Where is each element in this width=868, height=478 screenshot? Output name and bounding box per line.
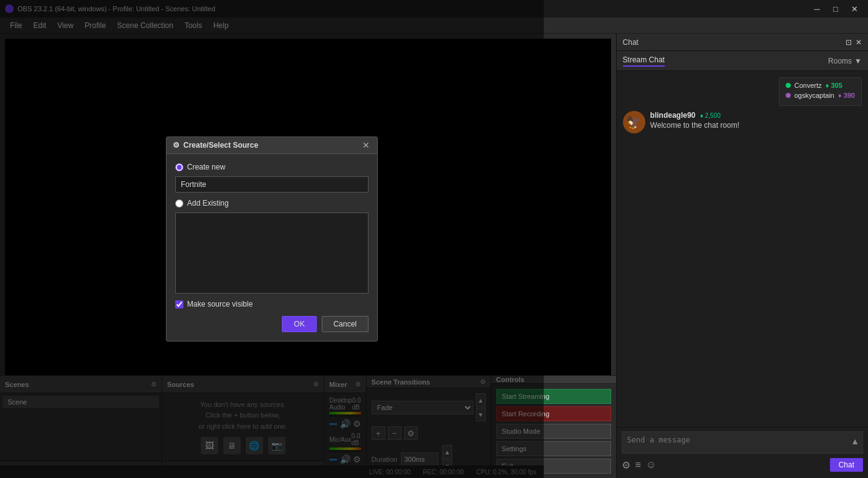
dialog-cancel-button[interactable]: Cancel: [322, 316, 369, 332]
chat-input-area: ▲ ⚙ ≡ ☺ Chat: [617, 427, 868, 478]
chat-gear-icon[interactable]: ⚙: [622, 459, 630, 471]
chat-message-text: Welcome to the chat room!: [650, 121, 740, 130]
viewer-dot-green: [786, 83, 791, 88]
add-existing-label: Add Existing: [187, 199, 229, 208]
chat-header-right: ⊡ ✕: [846, 38, 862, 47]
viewer-convertz: Convertz ♦ 305: [786, 82, 855, 89]
dialog-title-icon: ⚙: [173, 141, 180, 150]
chat-message-header: blindeagle90 ♦ 2,500: [650, 111, 740, 120]
chat-input[interactable]: [622, 431, 863, 454]
chat-message-content: blindeagle90 ♦ 2,500 Welcome to the chat…: [650, 111, 740, 130]
dialog-title-text: Create/Select Source: [183, 141, 258, 150]
add-existing-radio[interactable]: [175, 199, 183, 208]
dialog-overlay: ⚙ Create/Select Source ✕ Create new Add …: [0, 0, 544, 478]
dialog-ok-button[interactable]: OK: [282, 316, 316, 332]
create-new-label: Create new: [187, 163, 225, 171]
existing-sources-list[interactable]: [175, 213, 369, 294]
chat-messages: Convertz ♦ 305 ogskycaptain ♦ 390 🦅 blin…: [617, 71, 868, 427]
chat-close-icon[interactable]: ✕: [856, 38, 862, 47]
chat-arrow-icon[interactable]: ▲: [851, 436, 859, 446]
viewer-ogskycaptain-name: ogskycaptain: [794, 92, 834, 99]
viewer-convertz-name: Convertz: [794, 82, 822, 89]
chat-input-icons: ⚙ ≡ ☺ Chat: [622, 456, 863, 474]
maximize-button[interactable]: □: [827, 2, 844, 15]
chat-input-wrapper: ▲: [622, 431, 863, 456]
close-button[interactable]: ✕: [846, 2, 863, 15]
chat-badge: ♦ 2,500: [700, 112, 721, 119]
chat-header: Chat ⊡ ✕: [617, 34, 868, 51]
dialog-titlebar: ⚙ Create/Select Source ✕: [166, 137, 377, 154]
add-existing-radio-row[interactable]: Add Existing: [175, 199, 369, 208]
make-visible-label: Make source visible: [187, 300, 253, 308]
chat-tabs: Stream Chat Rooms ▼: [617, 51, 868, 71]
viewer-convertz-count: ♦ 305: [826, 82, 842, 89]
viewer-ogskycaptain: ogskycaptain ♦ 390: [786, 92, 855, 99]
viewer-ogskycaptain-count: ♦ 390: [838, 92, 855, 99]
dialog-title: ⚙ Create/Select Source: [173, 141, 258, 150]
chat-emoji-icon[interactable]: ☺: [646, 459, 656, 471]
create-new-radio[interactable]: [175, 163, 183, 171]
viewer-list-container: Convertz ♦ 305 ogskycaptain ♦ 390: [623, 77, 862, 106]
chat-tabs-right: Rooms ▼: [828, 57, 862, 65]
chat-panel: Chat ⊡ ✕ Stream Chat Rooms ▼ Convertz ♦ …: [616, 34, 868, 478]
source-name-input[interactable]: [175, 176, 369, 193]
rooms-dropdown-icon[interactable]: ▼: [854, 57, 862, 65]
chat-list-icon[interactable]: ≡: [635, 459, 641, 471]
rooms-label[interactable]: Rooms: [828, 57, 852, 65]
chat-expand-icon[interactable]: ⊡: [846, 38, 852, 47]
chat-send-button[interactable]: Chat: [830, 458, 863, 472]
chat-panel-title: Chat: [623, 38, 639, 47]
create-new-radio-row[interactable]: Create new: [175, 163, 369, 171]
chat-icon-group: ⚙ ≡ ☺: [622, 459, 657, 471]
chat-message-1: 🦅 blindeagle90 ♦ 2,500 Welcome to the ch…: [623, 111, 862, 133]
chat-avatar-blindeagle90: 🦅: [623, 111, 645, 133]
title-bar-controls: ─ □ ✕: [808, 2, 863, 15]
create-select-source-dialog: ⚙ Create/Select Source ✕ Create new Add …: [166, 136, 378, 342]
dialog-body: Create new Add Existing Make source visi…: [166, 154, 377, 341]
dialog-buttons: OK Cancel: [175, 316, 369, 332]
chat-username: blindeagle90: [650, 111, 696, 120]
make-visible-checkbox[interactable]: [175, 300, 183, 308]
dialog-close-button[interactable]: ✕: [361, 141, 371, 150]
viewer-dot-purple: [786, 93, 791, 98]
make-visible-checkbox-row[interactable]: Make source visible: [175, 300, 369, 308]
stream-chat-tab[interactable]: Stream Chat: [623, 55, 665, 67]
viewer-list: Convertz ♦ 305 ogskycaptain ♦ 390: [779, 77, 862, 106]
minimize-button[interactable]: ─: [808, 2, 826, 15]
